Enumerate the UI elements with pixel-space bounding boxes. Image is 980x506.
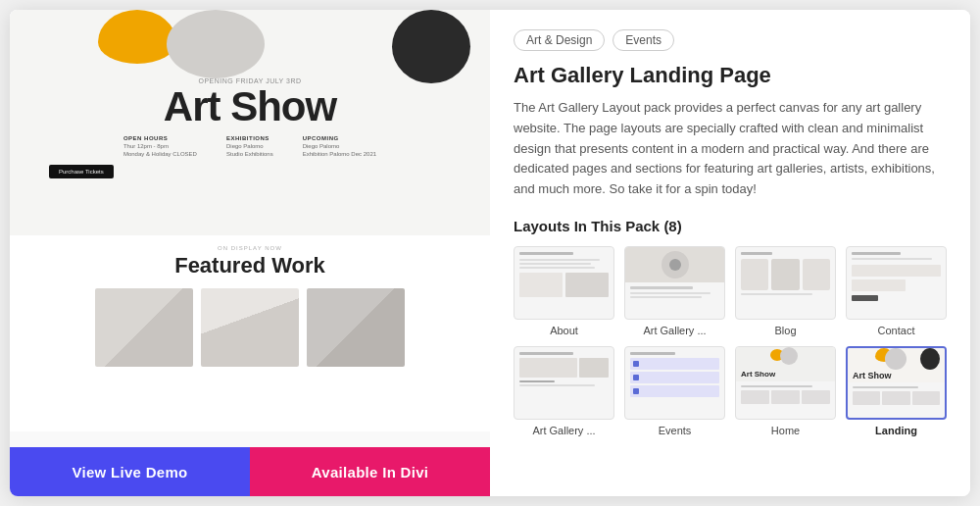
layout-item-blog[interactable]: Blog [735,246,836,336]
hours-val2: Monday & Holiday CLOSED [123,151,197,157]
layout-thumb-blog [735,246,836,320]
layout-item-about[interactable]: About [514,246,614,336]
info-row: OPEN HOURS Thur 12pm - 8pm Monday & Holi… [29,135,470,157]
layout-thumb-about [514,246,614,320]
tag-art-design[interactable]: Art & Design [514,29,605,51]
on-display-label: ON DISPLAY NOW [29,245,470,251]
info-col-exhibitions: EXHIBITIONS Diego Palomo Studio Exhibiti… [226,135,273,157]
layout-label-events: Events [659,425,692,436]
tag-events[interactable]: Events [612,29,674,51]
tags-row: Art & Design Events [514,29,947,51]
layout-thumb-contact [846,246,947,320]
upcoming-label: UPCOMING [303,135,376,141]
available-in-divi-button[interactable]: Available In Divi [250,447,490,496]
layout-thumb-events [624,346,725,420]
layout-thumb-artgallery2 [514,346,614,420]
exhibitions-val1: Diego Palomo [226,143,273,149]
layout-label-contact: Contact [878,325,915,336]
layout-thumb-artgallery [624,246,725,320]
art-show-preview: OPENING FRIDAY JULY 3RD Art Show OPEN HO… [10,10,490,447]
landing-thumb-gray-shape [885,348,906,370]
main-container: OPENING FRIDAY JULY 3RD Art Show OPEN HO… [10,10,970,496]
thumbnails-row [29,288,470,367]
info-col-hours: OPEN HOURS Thur 12pm - 8pm Monday & Holi… [123,135,197,157]
home-thumb-title: Art Show [741,370,775,379]
hours-val1: Thur 12pm - 8pm [123,143,197,149]
layout-label-artgallery2: Art Gallery ... [532,425,595,436]
right-panel: Art & Design Events Art Gallery Landing … [490,10,970,496]
layout-item-artgallery2[interactable]: Art Gallery ... [514,346,614,436]
layout-label-about: About [550,325,578,336]
layout-item-landing[interactable]: Art Show Landing [846,346,947,436]
landing-thumb-dark-shape [920,348,940,370]
featured-work-title: Featured Work [29,253,470,278]
page-top-preview: OPENING FRIDAY JULY 3RD Art Show OPEN HO… [10,10,490,235]
left-panel: OPENING FRIDAY JULY 3RD Art Show OPEN HO… [10,10,490,496]
hours-label: OPEN HOURS [123,135,197,141]
info-col-upcoming: UPCOMING Diego Palomo Exhibition Palomo … [303,135,376,157]
layout-label-blog: Blog [774,325,796,336]
preview-area: OPENING FRIDAY JULY 3RD Art Show OPEN HO… [10,10,490,447]
layout-thumb-landing: Art Show [846,346,947,420]
layout-label-artgallery: Art Gallery ... [643,325,706,336]
landing-thumb-title: Art Show [853,371,892,380]
view-live-demo-button[interactable]: View Live Demo [10,447,250,496]
layouts-grid: About Art Gallery ... [514,246,947,436]
exhibitions-label: EXHIBITIONS [226,135,273,141]
artwork-thumb-2 [201,288,299,367]
layout-item-events[interactable]: Events [624,346,725,436]
purchase-btn-preview: Purchase Tickets [49,165,114,178]
layout-label-home: Home [771,425,800,436]
exhibitions-val2: Studio Exhibitions [226,151,273,157]
description-text: The Art Gallery Layout pack provides a p… [514,98,947,200]
art-show-title: Art Show [29,86,470,127]
layout-thumb-home: Art Show [735,346,836,420]
upcoming-val1: Diego Palomo [303,143,376,149]
layouts-heading: Layouts In This Pack (8) [514,218,947,234]
artwork-thumb-3 [307,288,405,367]
page-title: Art Gallery Landing Page [514,63,947,88]
layout-item-home[interactable]: Art Show Home [735,346,836,436]
artwork-thumb-1 [95,288,193,367]
home-thumb-gray-shape [780,347,798,365]
layout-item-contact[interactable]: Contact [846,246,947,336]
action-buttons: View Live Demo Available In Divi [10,447,490,496]
page-top-content: OPENING FRIDAY JULY 3RD Art Show OPEN HO… [29,24,470,178]
page-bottom-preview: ON DISPLAY NOW Featured Work [10,235,490,431]
layout-item-artgallery[interactable]: Art Gallery ... [624,246,725,336]
upcoming-val2: Exhibition Palomo Dec 2021 [303,151,376,157]
layout-label-landing: Landing [875,425,917,436]
